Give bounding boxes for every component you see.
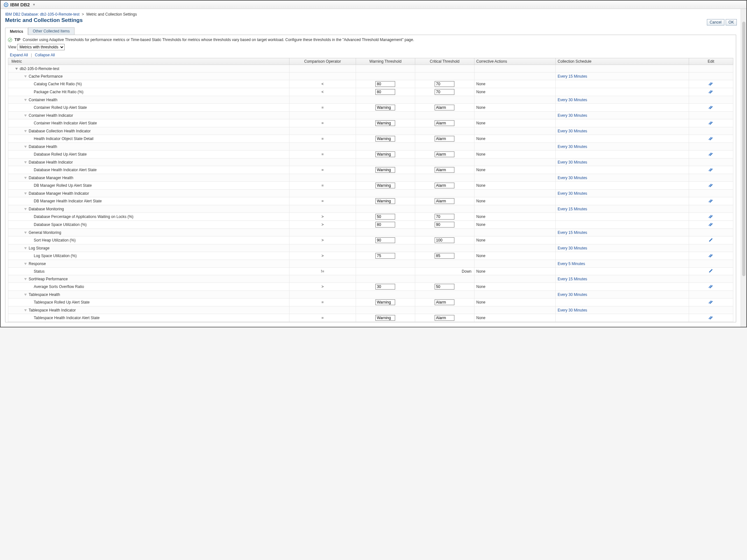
- critical-threshold-input[interactable]: [435, 284, 454, 290]
- metric-group[interactable]: Log Storage: [8, 244, 289, 252]
- collection-schedule-link[interactable]: Every 30 Minutes: [558, 246, 587, 250]
- metric-group[interactable]: Database Health: [8, 143, 289, 151]
- view-select[interactable]: Metrics with thresholds: [17, 44, 65, 50]
- edit-pencil-icon[interactable]: [708, 90, 714, 95]
- warning-threshold-input[interactable]: [376, 120, 395, 126]
- edit-pencil-icon[interactable]: [708, 106, 714, 110]
- critical-threshold-input[interactable]: [435, 299, 454, 305]
- collapse-icon[interactable]: [24, 177, 27, 179]
- metric-group[interactable]: SortHeap Performance: [8, 275, 289, 283]
- warning-threshold-input[interactable]: [376, 299, 395, 305]
- collapse-icon[interactable]: [24, 161, 27, 164]
- warning-threshold-input[interactable]: [376, 214, 395, 219]
- warning-threshold-input[interactable]: [376, 198, 395, 204]
- cancel-button[interactable]: Cancel: [707, 19, 724, 25]
- collapse-icon[interactable]: [24, 75, 27, 78]
- collapse-icon[interactable]: [24, 114, 27, 117]
- edit-pencil-icon[interactable]: [708, 223, 714, 228]
- critical-threshold-input[interactable]: [435, 253, 454, 259]
- critical-threshold-input[interactable]: [435, 105, 454, 110]
- warning-threshold-input[interactable]: [376, 183, 395, 188]
- collapse-icon[interactable]: [24, 192, 27, 195]
- metric-group[interactable]: Database Manager Health: [8, 174, 289, 182]
- collapse-icon[interactable]: [24, 247, 27, 249]
- collection-schedule-link[interactable]: Every 30 Minutes: [558, 113, 587, 118]
- collection-schedule-link[interactable]: Every 15 Minutes: [558, 277, 587, 281]
- breadcrumb-parent[interactable]: IBM DB2 Database: db2-105-0-Remote-test: [5, 12, 81, 17]
- edit-pencil-icon[interactable]: [708, 153, 714, 157]
- edit-pencil-icon[interactable]: [708, 199, 714, 204]
- expand-all-link[interactable]: Expand All: [10, 53, 28, 57]
- metric-group[interactable]: Tablespace Health Indicator: [8, 306, 289, 314]
- edit-pencil-icon[interactable]: [708, 184, 714, 188]
- collapse-icon[interactable]: [24, 146, 27, 148]
- critical-threshold-input[interactable]: [435, 222, 454, 228]
- metric-group[interactable]: Database Monitoring: [8, 205, 289, 213]
- warning-threshold-input[interactable]: [376, 167, 395, 173]
- edit-pencil-icon[interactable]: [708, 137, 714, 141]
- collapse-icon[interactable]: [24, 232, 27, 234]
- critical-threshold-input[interactable]: [435, 81, 454, 87]
- critical-threshold-input[interactable]: [435, 214, 454, 219]
- target-menu-bar[interactable]: IBM DB2 ▼: [1, 1, 746, 9]
- collapse-icon[interactable]: [24, 309, 27, 312]
- edit-pencil-icon[interactable]: [708, 285, 714, 290]
- critical-threshold-input[interactable]: [435, 120, 454, 126]
- metric-group[interactable]: Cache Performance: [8, 73, 289, 80]
- ok-button[interactable]: OK: [726, 19, 737, 25]
- critical-threshold-input[interactable]: [435, 237, 454, 243]
- critical-threshold-input[interactable]: [435, 136, 454, 141]
- warning-threshold-input[interactable]: [376, 284, 395, 290]
- edit-pencil-icon[interactable]: [708, 168, 714, 173]
- edit-pencil-icon[interactable]: [708, 316, 714, 321]
- collapse-icon[interactable]: [24, 99, 27, 101]
- collection-schedule-link[interactable]: Every 30 Minutes: [558, 308, 587, 313]
- tab-other-collected-items[interactable]: Other Collected Items: [28, 27, 75, 35]
- critical-threshold-input[interactable]: [435, 315, 454, 321]
- collapse-icon[interactable]: [24, 278, 27, 280]
- scrollbar-thumb[interactable]: [742, 22, 745, 276]
- metric-group[interactable]: Response: [8, 260, 289, 268]
- collapse-icon[interactable]: [24, 294, 27, 296]
- chevron-down-icon[interactable]: ▼: [32, 3, 36, 6]
- root-node[interactable]: db2-105-0-Remote-test: [8, 65, 289, 73]
- collection-schedule-link[interactable]: Every 15 Minutes: [558, 74, 587, 79]
- metric-group[interactable]: Container Health Indicator: [8, 112, 289, 119]
- collection-schedule-link[interactable]: Every 30 Minutes: [558, 160, 587, 164]
- collapse-all-link[interactable]: Collapse All: [35, 53, 55, 57]
- vertical-scrollbar[interactable]: [741, 9, 746, 327]
- collection-schedule-link[interactable]: Every 15 Minutes: [558, 207, 587, 211]
- warning-threshold-input[interactable]: [376, 237, 395, 243]
- edit-pencil-icon[interactable]: [708, 239, 714, 243]
- collection-schedule-link[interactable]: Every 30 Minutes: [558, 144, 587, 149]
- critical-threshold-input[interactable]: [435, 89, 454, 95]
- critical-threshold-input[interactable]: [435, 152, 454, 157]
- collection-schedule-link[interactable]: Every 30 Minutes: [558, 292, 587, 297]
- edit-pencil-icon[interactable]: [708, 301, 714, 305]
- warning-threshold-input[interactable]: [376, 253, 395, 259]
- metric-group[interactable]: Container Health: [8, 96, 289, 104]
- metric-group[interactable]: Database Health Indicator: [8, 158, 289, 166]
- metric-group[interactable]: Database Collection Health Indicator: [8, 127, 289, 135]
- edit-pencil-icon[interactable]: [708, 254, 714, 259]
- collapse-icon[interactable]: [15, 68, 18, 70]
- critical-threshold-input[interactable]: [435, 198, 454, 204]
- collection-schedule-link[interactable]: Every 30 Minutes: [558, 98, 587, 102]
- warning-threshold-input[interactable]: [376, 81, 395, 87]
- warning-threshold-input[interactable]: [376, 136, 395, 141]
- collapse-icon[interactable]: [24, 208, 27, 210]
- collapse-icon[interactable]: [24, 130, 27, 132]
- collection-schedule-link[interactable]: Every 30 Minutes: [558, 191, 587, 196]
- edit-pencil-icon[interactable]: [708, 269, 714, 274]
- warning-threshold-input[interactable]: [376, 152, 395, 157]
- edit-pencil-icon[interactable]: [708, 215, 714, 219]
- warning-threshold-input[interactable]: [376, 315, 395, 321]
- metric-group[interactable]: Database Manager Health Indicator: [8, 190, 289, 197]
- collection-schedule-link[interactable]: Every 5 Minutes: [558, 262, 585, 266]
- edit-pencil-icon[interactable]: [708, 82, 714, 87]
- tab-metrics[interactable]: Metrics: [5, 28, 28, 35]
- edit-pencil-icon[interactable]: [708, 122, 714, 126]
- critical-threshold-input[interactable]: [435, 183, 454, 188]
- warning-threshold-input[interactable]: [376, 105, 395, 110]
- collapse-icon[interactable]: [24, 263, 27, 265]
